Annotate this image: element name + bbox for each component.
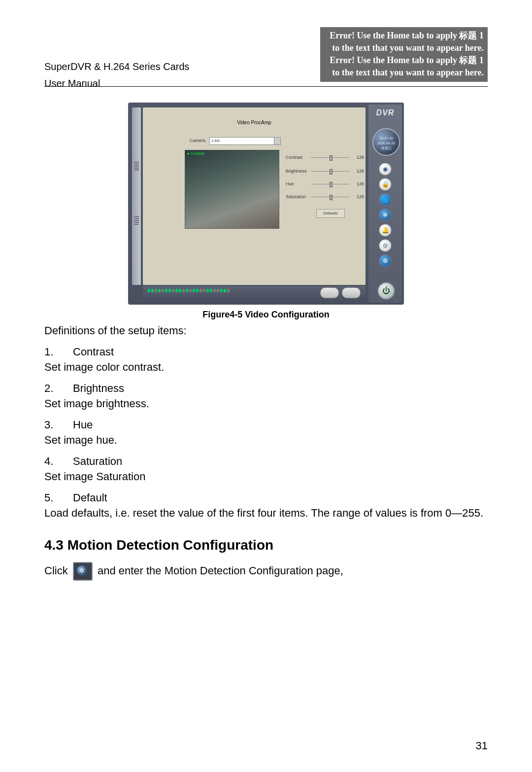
preview-overlay-label: ● 1/CAM1 — [187, 151, 205, 156]
contrast-label: Contrast — [286, 155, 309, 160]
lock-icon[interactable]: 🔒 — [379, 178, 392, 191]
panel-title: Video ProcAmp — [143, 120, 366, 125]
doc-type: User Manual — [44, 75, 190, 92]
saturation-row: Saturation 128 — [286, 194, 374, 199]
settings-icon[interactable]: ⚙ — [379, 254, 392, 267]
bottom-btn-2[interactable] — [342, 287, 361, 298]
hue-label: Hue — [286, 181, 309, 186]
globe-icon[interactable]: 🌐 — [379, 193, 392, 206]
defaults-button[interactable]: Defaults — [316, 209, 345, 218]
definition-item-4: 4.Saturation Set image Saturation — [44, 454, 488, 484]
click-pre: Click — [44, 564, 71, 577]
contrast-slider[interactable] — [311, 157, 349, 158]
right-control-panel: DVR 18:47:40 2006-04-30 星期三 ◉ 🔒 🌐 ✲ � — [368, 105, 402, 303]
header-rule — [44, 86, 488, 87]
bottom-btn-1[interactable] — [320, 287, 339, 298]
brightness-row: Brightness 128 — [286, 169, 374, 174]
saturation-label: Saturation — [286, 194, 309, 199]
record-icon[interactable]: ◉ — [379, 163, 392, 175]
page-number: 31 — [476, 739, 488, 752]
section-heading: 4.3 Motion Detection Configuration — [44, 537, 488, 553]
camera-select[interactable]: 1:M1 — [209, 137, 281, 145]
hue-value: 128 — [353, 181, 364, 186]
video-config-screenshot: Video ProcAmp Camera 1:M1 ● 1/CAM1 Contr… — [128, 103, 404, 305]
clock-dial: 18:47:40 2006-04-30 星期三 — [372, 128, 400, 156]
channel-leds — [148, 289, 230, 292]
left-tab-strip — [132, 107, 141, 285]
brightness-value: 128 — [353, 169, 364, 174]
camera-label: Camera — [190, 138, 205, 143]
product-name: SuperDVR & H.264 Series Cards — [44, 58, 190, 75]
motion-icon[interactable]: ✲ — [379, 209, 392, 221]
hue-row: Hue 128 — [286, 181, 374, 186]
definitions-intro: Definitions of the setup items: — [44, 323, 488, 338]
definition-item-5: 5.Default Load defaults, i.e. reset the … — [44, 490, 488, 521]
brightness-label: Brightness — [286, 169, 309, 174]
left-grip-icon — [134, 162, 139, 171]
alarm-icon[interactable]: 🔔 — [379, 224, 392, 237]
definition-item-3: 3.Hue Set image hue. — [44, 417, 488, 448]
contrast-value: 128 — [353, 155, 364, 160]
video-procamp-panel: Video ProcAmp Camera 1:M1 ● 1/CAM1 Contr… — [143, 107, 366, 285]
click-instruction: Click ✲ and enter the Motion Detection C… — [44, 562, 488, 581]
saturation-slider[interactable] — [311, 197, 349, 197]
bottom-bar — [143, 286, 366, 300]
definition-item-2: 2.Brightness Set image brightness. — [44, 381, 488, 411]
click-post: and enter the Motion Detection Configura… — [98, 564, 343, 577]
definition-item-1: 1.Contrast Set image color contrast. — [44, 344, 488, 375]
saturation-value: 128 — [353, 194, 364, 199]
dvr-logo: DVR — [368, 108, 402, 117]
contrast-row: Contrast 128 — [286, 155, 374, 160]
brightness-slider[interactable] — [311, 171, 349, 172]
motion-detection-icon[interactable]: ✲ — [73, 562, 93, 581]
schedule-icon[interactable]: ⊝ — [379, 239, 392, 252]
camera-preview: ● 1/CAM1 — [185, 150, 279, 229]
hue-slider[interactable] — [311, 184, 349, 184]
power-button[interactable]: ⏻ — [377, 282, 395, 300]
left-grip-icon — [134, 216, 139, 225]
header-error-banner: Error! Use the Home tab to apply 标题 1 to… — [320, 27, 488, 82]
figure: Video ProcAmp Camera 1:M1 ● 1/CAM1 Contr… — [44, 103, 488, 320]
clock-text: 18:47:40 2006-04-30 星期三 — [373, 136, 399, 151]
figure-caption: Figure4-5 Video Configuration — [44, 310, 488, 320]
